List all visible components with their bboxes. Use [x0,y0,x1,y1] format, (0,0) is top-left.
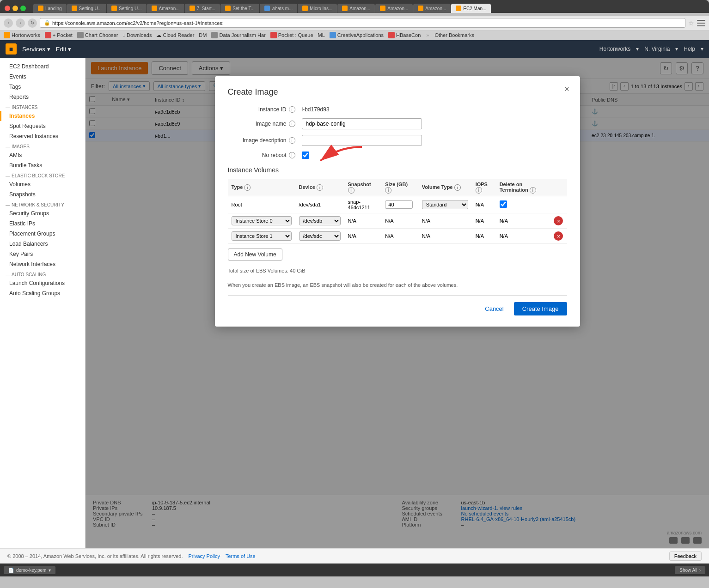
bookmark-creative-apps[interactable]: CreativeApplications [330,32,384,38]
account-button[interactable]: Hortonworks [599,46,630,52]
services-button[interactable]: Services ▾ [22,46,50,53]
image-desc-info-icon[interactable]: i [289,137,295,144]
footer-terms[interactable]: Terms of Use [226,553,256,559]
bookmark-dm[interactable]: DM [199,32,207,38]
download-item[interactable]: 📄 demo-key.pem ▾ [4,566,55,574]
modal-divider [228,295,567,296]
browser-tab[interactable]: Set the T... [220,4,259,13]
sidebar-item-reports[interactable]: Reports [0,92,85,102]
sidebar-item-launch-configs[interactable]: Launch Configurations [0,278,85,288]
hbasecon-favicon [388,32,395,38]
no-reboot-checkbox[interactable] [302,152,309,159]
sidebar-item-tags[interactable]: Tags [0,82,85,92]
bookmarks-separator: » [426,32,429,38]
sidebar-item-volumes[interactable]: Volumes [0,179,85,189]
bookmark-datajournalism[interactable]: Data Journalism Har [211,32,265,38]
bookmark-ml[interactable]: ML [318,32,325,38]
browser-tab[interactable]: Setting U... [67,4,106,13]
vol-type-info-icon[interactable]: i [244,184,251,191]
no-reboot-label: No reboot i [228,152,302,158]
browser-menu-icon[interactable] [697,20,705,26]
vol-size-info-icon[interactable]: i [385,187,391,194]
vol-delete-info-icon[interactable]: i [530,187,536,194]
back-button[interactable]: ‹ [4,18,13,28]
help-button[interactable]: Help [684,46,695,52]
store0-type-select[interactable]: Instance Store 0 [232,216,292,225]
browser-tab[interactable]: Landing [33,4,67,13]
edit-button[interactable]: Edit ▾ [56,46,71,53]
browser-tab[interactable]: Amazon... [375,4,413,13]
maximize-window-btn[interactable] [20,6,26,11]
vol-iops-info-icon[interactable]: i [476,187,482,194]
form-row-image-name: Image name i [228,118,567,129]
browser-tab[interactable]: Amazon... [413,4,451,13]
vol-device-info-icon[interactable]: i [317,184,323,191]
browser-tab-active[interactable]: EC2 Man... [451,4,491,13]
modal-close-button[interactable]: × [562,84,573,95]
sidebar-item-elastic-ips[interactable]: Elastic IPs [0,218,85,229]
browser-tab[interactable]: Setting U... [107,4,146,13]
bookmark-chartchooser[interactable]: Chart Chooser [77,32,118,38]
sidebar-item-spot-requests[interactable]: Spot Requests [0,121,85,131]
bookmark-other[interactable]: Other Bookmarks [434,32,474,38]
bookmark-downloads[interactable]: ↓ Downloads [122,32,152,38]
region-button[interactable]: N. Virginia [644,46,670,52]
bookmark-star-icon[interactable]: ☆ [688,19,694,27]
datajournalism-favicon [211,32,218,38]
sidebar-item-snapshots[interactable]: Snapshots [0,189,85,200]
store1-action[interactable]: × [550,229,567,244]
sidebar-item-events[interactable]: Events [0,72,85,82]
browser-tab[interactable]: 7. Start... [185,4,220,13]
store1-device-select[interactable]: /dev/sdc [299,231,341,241]
address-bar[interactable]: 🔒 https://console.aws.amazon.com/ec2/v2/… [40,18,685,28]
store0-device-select[interactable]: /dev/sdb [299,216,341,225]
add-new-volume-button[interactable]: Add New Volume [228,249,282,261]
browser-tab[interactable]: whats m... [260,4,298,13]
root-volume-type-select[interactable]: Standard gp2 io1 [422,200,468,209]
store0-remove-button[interactable]: × [554,216,563,225]
create-image-button[interactable]: Create Image [514,302,567,315]
vol-snapshot-info-icon[interactable]: i [348,187,354,194]
minimize-window-btn[interactable] [12,6,18,11]
sidebar-item-key-pairs[interactable]: Key Pairs [0,249,85,259]
sidebar-item-reserved-instances[interactable]: Reserved Instances [0,131,85,141]
bookmark-hbasecon[interactable]: HBaseCon [388,32,421,38]
browser-tab[interactable]: Micro Ins... [298,4,337,13]
bookmark-hortonworks[interactable]: Hortonworks [4,32,40,38]
bookmark-cloudreader[interactable]: ☁ Cloud Reader [156,32,194,38]
image-name-input[interactable] [302,118,422,129]
sidebar-item-instances[interactable]: Instances [0,111,85,121]
image-desc-input[interactable] [302,135,422,146]
instance-id-info-icon[interactable]: i [289,106,295,113]
sidebar-item-security-groups[interactable]: Security Groups [0,208,85,218]
address-text: https://console.aws.amazon.com/ec2/v2/ho… [52,20,224,26]
sidebar-item-autoscaling-groups[interactable]: Auto Scaling Groups [0,288,85,298]
sidebar-item-placement-groups[interactable]: Placement Groups [0,229,85,239]
no-reboot-info-icon[interactable]: i [289,152,295,158]
image-name-info-icon[interactable]: i [289,121,295,127]
bookmark-pocket[interactable]: + Pocket [45,32,73,38]
store1-type-select[interactable]: Instance Store 1 [232,231,292,241]
sidebar-item-amis[interactable]: AMIs [0,150,85,160]
download-chevron-icon[interactable]: ▾ [49,568,51,573]
sidebar-item-network-interfaces[interactable]: Network Interfaces [0,259,85,269]
refresh-button[interactable]: ↻ [28,18,37,28]
browser-tab[interactable]: Amazon... [337,4,375,13]
bookmark-pocket-queue[interactable]: Pocket : Queue [270,32,313,38]
forward-button[interactable]: › [16,18,25,28]
cancel-button[interactable]: Cancel [479,303,509,315]
root-delete-checkbox[interactable] [500,200,507,208]
close-window-btn[interactable] [5,6,10,11]
store1-device: /dev/sdc [295,229,344,244]
feedback-button[interactable]: Feedback [669,552,702,561]
sidebar-item-load-balancers[interactable]: Load Balancers [0,239,85,249]
footer-privacy[interactable]: Privacy Policy [188,553,220,559]
root-size-input[interactable] [385,200,413,209]
sidebar-item-bundle-tasks[interactable]: Bundle Tasks [0,160,85,170]
vol-type2-info-icon[interactable]: i [454,184,461,191]
show-all-button[interactable]: Show All › [675,566,705,574]
store0-action[interactable]: × [550,213,567,229]
browser-tab[interactable]: Amazon... [147,4,184,13]
sidebar-item-ec2dashboard[interactable]: EC2 Dashboard [0,61,85,72]
store1-remove-button[interactable]: × [554,231,563,241]
